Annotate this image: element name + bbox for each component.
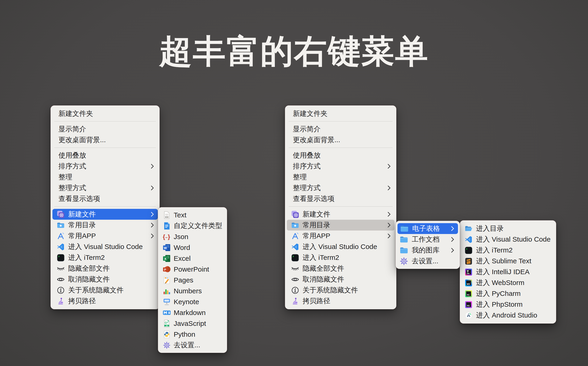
menu-item-new-word[interactable]: WWord [158, 242, 227, 253]
menu-item-enter-android-studio[interactable]: 进入 Android Studio [460, 310, 556, 321]
gear-icon [162, 341, 171, 349]
menu-item-new-custom-type[interactable]: 自定义文件类型 [158, 220, 227, 231]
context-menu-left: 新建文件夹 显示简介 更改桌面背景... 使用叠放 排序方式 整理 整理方式 查… [51, 106, 160, 309]
menu-item-new-javascript[interactable]: JSJavaScript [158, 318, 227, 329]
menu-item-label: 进入 PhpStorm [476, 300, 523, 309]
menu-item-label: 使用叠放 [58, 151, 86, 160]
folder-star-icon [57, 221, 65, 229]
menu-item-sort-by[interactable]: 排序方式 [51, 161, 160, 172]
menu-item-enter-pycharm[interactable]: PC进入 PyCharm [460, 288, 556, 299]
menu-item-favorite-apps[interactable]: 常用APP [51, 230, 160, 241]
menu-item-new-file[interactable]: 新建文件 [285, 209, 396, 220]
menu-item-get-info[interactable]: 显示简介 [51, 124, 160, 135]
menu-item-label: 取消隐藏文件 [68, 274, 110, 284]
menu-item-label: 整理方式 [293, 183, 321, 193]
menu-item-use-stacks[interactable]: 使用叠放 [285, 150, 396, 161]
chevron-right-icon [447, 238, 453, 241]
vscode-icon [464, 235, 473, 244]
menu-item-label: 取消隐藏文件 [302, 274, 344, 284]
menu-item-new-keynote[interactable]: Keynote [158, 296, 227, 307]
menu-item-label: 排序方式 [58, 161, 86, 171]
menu-item-open-iterm2[interactable]: 进入 iTerm2 [51, 252, 160, 263]
menu-item-new-file[interactable]: 新建文件 [52, 209, 158, 220]
menu-item-change-wallpaper[interactable]: 更改桌面背景... [51, 135, 160, 145]
menu-item-open-vscode[interactable]: 进入 Visual Studio Code [51, 241, 160, 252]
menu-item-enter-sublime[interactable]: 进入 Sublime Text [460, 256, 556, 267]
svg-text:PC: PC [467, 294, 470, 296]
android-studio-icon [464, 311, 473, 320]
menu-item-label: 新建文件 [68, 210, 96, 219]
menu-separator [289, 121, 393, 122]
menu-item-label: Numbers [174, 287, 202, 295]
menu-item-new-powerpoint[interactable]: PPowerPoint [158, 264, 227, 274]
iterm2-icon [57, 254, 65, 262]
menu-item-label: 查看显示选项 [293, 194, 334, 204]
menu-item-new-json[interactable]: {}Json [158, 231, 227, 242]
chevron-right-icon [447, 227, 453, 230]
menu-item-open-iterm2[interactable]: 进入 iTerm2 [285, 252, 396, 263]
menu-item-sort-by[interactable]: 排序方式 [285, 161, 396, 172]
menu-item-new-pages[interactable]: Pages [158, 274, 227, 285]
menu-item-unhide-files[interactable]: 取消隐藏文件 [51, 274, 160, 285]
menu-item-label: Excel [174, 255, 191, 262]
menu-item-go-settings[interactable]: 去设置... [396, 256, 460, 267]
menu-item-get-info[interactable]: 显示简介 [285, 124, 396, 135]
menu-item-favorite-dirs[interactable]: 常用目录 [287, 220, 395, 230]
menu-item-new-folder[interactable]: 新建文件夹 [51, 108, 160, 119]
menu-item-work-docs-dir[interactable]: 工作文档 [396, 234, 460, 245]
menu-item-about-hidden-files[interactable]: 关于系统隐藏文件 [51, 285, 160, 296]
menu-item-enter-vscode[interactable]: 进入 Visual Studio Code [460, 234, 556, 245]
menu-item-show-view-options[interactable]: 查看显示选项 [285, 193, 396, 204]
menu-item-favorite-apps[interactable]: 常用APP [285, 230, 396, 241]
eye-closed-icon [57, 265, 65, 273]
excel-icon: X [162, 254, 171, 263]
markdown-icon [162, 309, 171, 317]
menu-item-new-markdown[interactable]: Markdown [158, 307, 227, 318]
menu-item-clean-up[interactable]: 整理 [51, 172, 160, 183]
menu-item-use-stacks[interactable]: 使用叠放 [51, 150, 160, 161]
menu-item-label: 拷贝路径 [68, 296, 96, 306]
custom-file-icon [162, 222, 171, 230]
page-title: 超丰富的右键菜单 [0, 30, 588, 74]
menu-item-hide-all-files[interactable]: 隐藏全部文件 [285, 263, 396, 274]
menu-item-label: 我的图库 [412, 245, 440, 255]
menu-item-clean-up-by[interactable]: 整理方式 [51, 183, 160, 193]
copy-path-icon [57, 297, 65, 305]
folder-icon [399, 246, 409, 255]
menu-item-copy-path[interactable]: 拷贝路径 [285, 296, 396, 306]
menu-item-new-text[interactable]: TXTText [158, 210, 227, 220]
eye-icon [57, 275, 65, 284]
menu-item-enter-iterm2[interactable]: 进入 iTerm2 [460, 245, 556, 256]
menu-item-favorite-dirs[interactable]: 常用目录 [51, 220, 160, 230]
keynote-icon [162, 298, 171, 306]
menu-item-about-hidden-files[interactable]: 关于系统隐藏文件 [285, 285, 396, 296]
menu-item-unhide-files[interactable]: 取消隐藏文件 [285, 274, 396, 285]
chevron-right-icon [147, 186, 153, 190]
menu-item-open-vscode[interactable]: 进入 Visual Studio Code [285, 241, 396, 252]
menu-item-change-wallpaper[interactable]: 更改桌面背景... [285, 135, 396, 145]
menu-item-hide-all-files[interactable]: 隐藏全部文件 [51, 263, 160, 274]
menu-item-new-python[interactable]: Python [158, 329, 227, 340]
menu-item-enter-phpstorm[interactable]: PS进入 PhpStorm [460, 299, 556, 310]
menu-item-enter-webstorm[interactable]: WS进入 WebStorm [460, 277, 556, 288]
svg-text:X: X [164, 257, 166, 260]
menu-item-enter-directory[interactable]: 进入目录 [460, 223, 556, 234]
menu-item-show-view-options[interactable]: 查看显示选项 [51, 193, 160, 204]
menu-item-new-numbers[interactable]: Numbers [158, 285, 227, 296]
chevron-right-icon [147, 223, 153, 227]
menu-item-clean-up[interactable]: 整理 [285, 172, 396, 183]
menu-item-new-folder[interactable]: 新建文件夹 [285, 108, 396, 119]
menu-item-go-settings[interactable]: 去设置... [158, 340, 227, 351]
menu-item-spreadsheets-dir[interactable]: 电子表格 [397, 223, 458, 234]
menu-item-enter-intellij[interactable]: 进入 IntelliJ IDEA [460, 267, 556, 277]
menu-item-label: 进入 Visual Studio Code [302, 242, 377, 252]
chevron-right-icon [147, 213, 153, 216]
menu-item-copy-path[interactable]: 拷贝路径 [51, 296, 160, 306]
menu-item-gallery-dir[interactable]: 我的图库 [396, 245, 460, 256]
menu-item-clean-up-by[interactable]: 整理方式 [285, 183, 396, 193]
menu-item-label: 进入 Visual Studio Code [68, 242, 143, 252]
eye-icon [291, 275, 299, 284]
svg-text:PS: PS [467, 305, 470, 307]
vscode-icon [291, 243, 299, 251]
menu-item-new-excel[interactable]: XExcel [158, 253, 227, 264]
